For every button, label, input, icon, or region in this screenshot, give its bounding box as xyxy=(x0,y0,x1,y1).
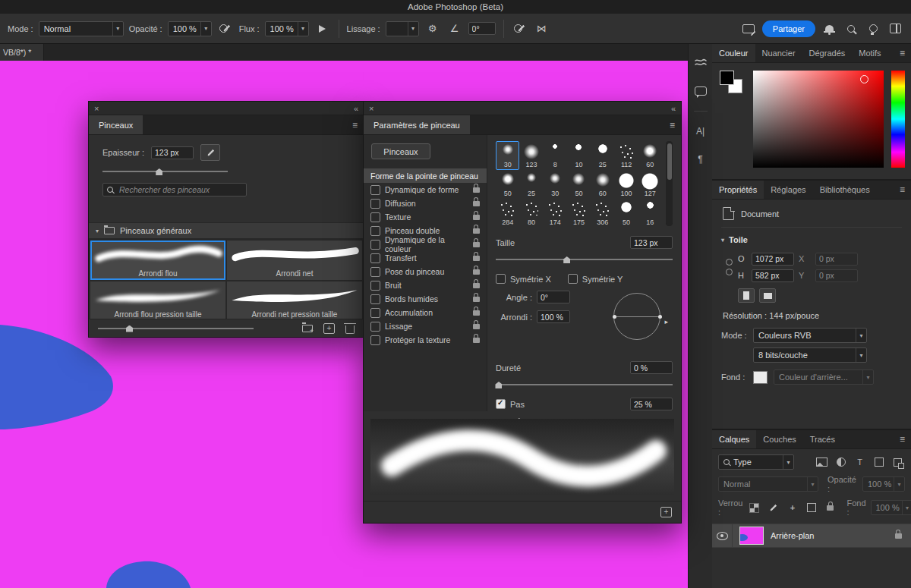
canvas-fill-swatch[interactable] xyxy=(753,371,768,384)
comments-panel-icon[interactable] xyxy=(692,83,709,99)
panel-menu-icon[interactable]: ≡ xyxy=(346,120,364,130)
smoothing-gear-icon[interactable]: ⚙ xyxy=(424,20,441,37)
lock-icon[interactable] xyxy=(473,297,480,302)
tab-parametres-de-pinceau[interactable]: Paramètres de pinceau xyxy=(364,115,470,134)
brush-search-input[interactable] xyxy=(118,184,242,195)
brush-tip[interactable]: 25 xyxy=(519,170,543,199)
brush-preset-arrondi-flou[interactable]: Arrondi flou xyxy=(90,241,225,280)
brush-option-row[interactable]: Protéger la texture xyxy=(364,333,487,347)
brush-option-row[interactable]: Accumulation xyxy=(364,306,487,319)
brush-tip[interactable]: 50 xyxy=(567,170,591,199)
checkbox[interactable] xyxy=(370,322,380,332)
lock-icon[interactable] xyxy=(473,215,480,220)
layer-filter-select[interactable]: Type xyxy=(718,454,794,470)
layer-opacity-select[interactable]: 100 % xyxy=(862,476,905,492)
brush-size-slider[interactable] xyxy=(102,167,228,176)
flow-select[interactable]: 100 % xyxy=(265,21,309,36)
new-brush-icon[interactable]: + xyxy=(660,507,672,517)
bit-depth-select[interactable]: 8 bits/couche xyxy=(753,347,867,363)
search-icon[interactable] xyxy=(843,20,859,37)
lock-icon[interactable] xyxy=(473,269,480,275)
lock-pixels-icon[interactable] xyxy=(766,502,780,514)
checkbox[interactable] xyxy=(370,253,380,263)
brush-settings-panel-icon[interactable] xyxy=(692,55,709,71)
share-button[interactable]: Partager xyxy=(762,20,815,37)
angle-input[interactable] xyxy=(537,291,570,303)
delete-brush-icon[interactable] xyxy=(345,325,355,334)
new-group-icon[interactable] xyxy=(302,325,313,332)
brush-option-row[interactable]: Bruit xyxy=(364,278,487,292)
stylus-icon[interactable] xyxy=(740,20,757,37)
filter-shape-layers-icon[interactable] xyxy=(872,456,886,468)
document-tab[interactable]: VB/8*) * xyxy=(0,44,44,61)
brush-tip[interactable]: 127 xyxy=(638,170,662,199)
checkbox[interactable] xyxy=(370,267,380,277)
hardness-slider[interactable] xyxy=(496,380,673,389)
foreground-swatch[interactable] xyxy=(720,71,734,85)
brush-preset-arrondi-net[interactable]: Arrondi net xyxy=(227,241,362,280)
color-mode-select[interactable]: Couleurs RVB xyxy=(753,328,867,343)
tab-traces[interactable]: Tracés xyxy=(803,430,842,448)
filter-adjustment-layers-icon[interactable] xyxy=(834,456,848,468)
close-icon[interactable]: × xyxy=(369,104,374,113)
new-brush-icon[interactable]: + xyxy=(323,323,335,334)
collapse-icon[interactable]: « xyxy=(671,104,676,113)
character-panel-icon[interactable]: A| xyxy=(692,123,709,140)
checkbox[interactable] xyxy=(370,335,380,345)
brush-tip[interactable]: 175 xyxy=(567,199,591,228)
panel-menu-icon[interactable]: ≡ xyxy=(894,48,911,58)
spacing-input[interactable] xyxy=(630,398,673,410)
brush-tip[interactable]: 100 xyxy=(614,170,638,199)
checkbox[interactable] xyxy=(370,240,380,250)
brush-tip[interactable]: 60 xyxy=(591,170,614,199)
brush-tip[interactable]: 174 xyxy=(544,199,567,228)
mode-select[interactable]: Normal xyxy=(39,21,124,36)
discover-icon[interactable] xyxy=(865,20,881,37)
brush-angle-input[interactable] xyxy=(468,22,496,35)
collapse-icon[interactable]: « xyxy=(354,104,358,113)
smoothing-select[interactable] xyxy=(386,21,419,36)
tab-proprietes[interactable]: Propriétés xyxy=(712,181,764,199)
brush-option-row[interactable]: Bords humides xyxy=(364,292,487,306)
spacing-checkbox[interactable] xyxy=(496,399,506,409)
lock-artboard-icon[interactable] xyxy=(804,502,818,514)
brush-tip[interactable]: 50 xyxy=(614,199,638,228)
layer-fill-select[interactable]: 100 % xyxy=(871,500,911,515)
brush-option-row[interactable]: Diffusion xyxy=(364,197,487,210)
open-brushes-button[interactable]: Pinceaux xyxy=(371,143,430,159)
brush-search-box[interactable] xyxy=(102,183,247,197)
checkbox[interactable] xyxy=(370,308,380,318)
checkbox[interactable] xyxy=(370,185,380,195)
tip-shape-item[interactable]: Forme de la pointe de pinceau xyxy=(364,168,487,183)
roundness-input[interactable] xyxy=(537,310,570,323)
lock-icon[interactable] xyxy=(473,242,480,247)
lock-icon[interactable] xyxy=(473,338,480,343)
hue-strip[interactable] xyxy=(891,71,905,168)
tab-calques[interactable]: Calques xyxy=(712,430,756,448)
pressure-opacity-icon[interactable] xyxy=(217,20,234,37)
opacity-select[interactable]: 100 % xyxy=(168,21,212,36)
pressure-size-icon[interactable] xyxy=(512,20,528,37)
lock-icon[interactable] xyxy=(473,256,480,261)
foreground-background-swatches[interactable] xyxy=(720,71,746,96)
panel-menu-icon[interactable]: ≡ xyxy=(664,120,681,130)
brush-preset-arrondi-net-pression[interactable]: Arrondi net pression taille xyxy=(227,281,362,321)
brush-option-row[interactable]: Pose du pinceau xyxy=(364,265,487,278)
flip-x-checkbox[interactable] xyxy=(496,274,506,284)
landscape-orientation-button[interactable] xyxy=(759,288,776,303)
tips-scrollbar[interactable] xyxy=(666,141,673,226)
airbrush-icon[interactable] xyxy=(314,20,331,37)
symmetry-icon[interactable]: ⋈ xyxy=(534,20,550,37)
tab-couches[interactable]: Couches xyxy=(756,430,802,448)
canvas-fill-select[interactable]: Couleur d'arrière... xyxy=(774,369,874,385)
checkbox[interactable] xyxy=(370,212,380,222)
lock-icon[interactable] xyxy=(473,283,480,288)
hardness-input[interactable] xyxy=(630,361,673,374)
tab-nuancier[interactable]: Nuancier xyxy=(755,44,802,62)
brush-option-row[interactable]: Dynamique de la couleur xyxy=(364,237,487,251)
tab-degrades[interactable]: Dégradés xyxy=(802,44,853,62)
link-dimensions-icon[interactable] xyxy=(726,259,733,275)
brush-option-row[interactable]: Dynamique de forme xyxy=(364,183,487,197)
brush-tip[interactable]: 306 xyxy=(591,199,614,228)
brush-tip[interactable]: 123 xyxy=(519,141,543,170)
